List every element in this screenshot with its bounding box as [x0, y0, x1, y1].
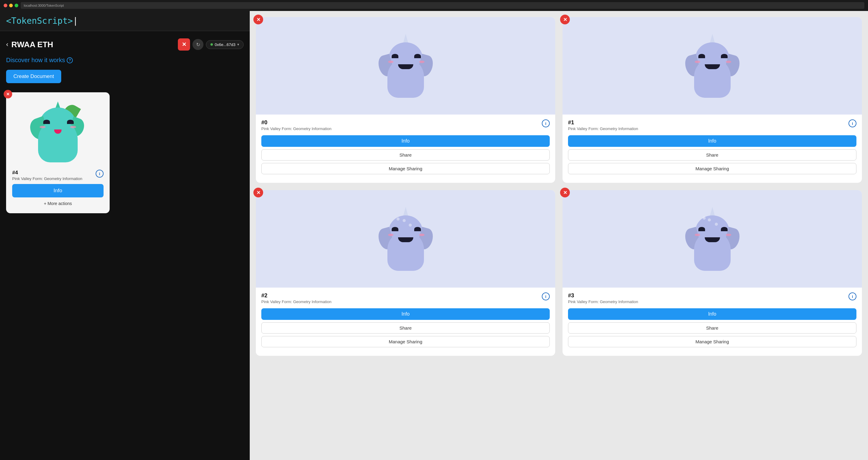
grid-card-0-close[interactable]: ✕ [253, 14, 263, 24]
card-info-icon-button[interactable]: i [96, 170, 103, 178]
window-controls [4, 4, 18, 7]
grid-card-3-subtitle: Pink Valley Form: Geometry Information [568, 300, 638, 304]
browser-bar: localhost:3000/TokenScript [0, 0, 868, 11]
wallet-status-dot [211, 43, 213, 46]
app-header: <TokenScript>| [0, 11, 250, 31]
minimize-dot[interactable] [9, 4, 13, 7]
grid-card-1-manage-btn[interactable]: Manage Sharing [568, 163, 857, 174]
eye-left [699, 54, 705, 58]
app-title: <TokenScript>| [6, 16, 244, 26]
create-document-button[interactable]: Create Document [6, 70, 61, 83]
nft-purple-0 [381, 34, 430, 98]
more-actions-link[interactable]: + More actions [12, 200, 103, 207]
grid-card-0-number: #0 [261, 119, 331, 126]
nft-grid: ✕ [256, 17, 862, 356]
grid-card-1-subtitle: Pink Valley Form: Geometry Information [568, 126, 638, 131]
card-info-row: #4 Pink Valley Form: Geometry Informatio… [12, 170, 103, 181]
nft-image [12, 98, 103, 165]
page-nav-right: ✕ ↻ 0x6e...67d3 ▾ [178, 38, 244, 51]
grid-info-row-2: #2 Pink Valley Form: Geometry Informatio… [261, 293, 550, 308]
grid-card-0-info-btn[interactable]: Info [261, 135, 550, 147]
page-nav: ‹ RWAA ETH ✕ ↻ 0x6e...67d3 ▾ [6, 38, 244, 51]
grid-card-3-image: ✕ [562, 190, 862, 287]
grid-card-3-info-btn[interactable]: Info [568, 308, 857, 320]
grid-card-1-image: ✕ [562, 17, 862, 115]
page-content: ‹ RWAA ETH ✕ ↻ 0x6e...67d3 ▾ Discover ho… [0, 31, 250, 460]
page-title: RWAA ETH [11, 40, 53, 49]
nft-purple-2 [381, 207, 430, 271]
wallet-badge[interactable]: 0x6e...67d3 ▾ [206, 40, 244, 49]
grid-card-2-manage-btn[interactable]: Manage Sharing [261, 336, 550, 347]
grid-card-1: ✕ [562, 17, 862, 183]
grid-card-0-share-btn[interactable]: Share [261, 149, 550, 160]
grid-card-2-info: #2 Pink Valley Form: Geometry Informatio… [256, 287, 555, 308]
grid-card-2-info-btn[interactable]: Info [261, 308, 550, 320]
grid-card-0-manage-btn[interactable]: Manage Sharing [261, 163, 550, 174]
discover-info-icon: ? [67, 57, 73, 63]
card-close-button[interactable]: ✕ [4, 90, 12, 98]
grid-card-2-share-btn[interactable]: Share [261, 322, 550, 334]
maximize-dot[interactable] [14, 4, 18, 7]
grid-card-0-subtitle: Pink Valley Form: Geometry Information [261, 126, 331, 131]
grid-card-3-actions: Info Share Manage Sharing [562, 308, 862, 350]
close-dot[interactable] [4, 4, 7, 7]
card-subtitle: Pink Valley Form: Geometry Information [12, 176, 82, 181]
grid-card-3-share-btn[interactable]: Share [568, 322, 857, 334]
address-bar[interactable]: localhost:3000/TokenScript [21, 2, 864, 9]
spot-1 [403, 219, 406, 222]
grid-card-3-manage-btn[interactable]: Manage Sharing [568, 336, 857, 347]
eye-right [721, 54, 727, 58]
cheek-left [40, 126, 46, 128]
cheek-right [726, 234, 731, 236]
eye-right [67, 120, 74, 124]
cheek-left [388, 234, 394, 236]
discover-link[interactable]: Discover how it works ? [6, 57, 244, 64]
grid-card-2-info-icon[interactable]: i [542, 293, 550, 300]
grid-card-2-number: #2 [261, 293, 331, 299]
grid-card-3-number: #3 [568, 293, 638, 299]
grid-card-3-close[interactable]: ✕ [560, 188, 570, 197]
eye-right [414, 54, 421, 58]
spot-2 [715, 223, 718, 226]
grid-card-1-actions: Info Share Manage Sharing [562, 135, 862, 177]
nft-purple-3 [688, 207, 737, 271]
cheek-left [695, 234, 700, 236]
grid-card-1-info-icon[interactable]: i [848, 119, 857, 127]
grid-card-3-info: #3 Pink Valley Form: Geometry Informatio… [562, 287, 862, 308]
refresh-button[interactable]: ↻ [192, 39, 204, 50]
card-number: #4 [12, 170, 82, 176]
grid-card-0-actions: Info Share Manage Sharing [256, 135, 555, 177]
grid-card-2: ✕ [256, 190, 555, 356]
grid-card-3: ✕ [562, 190, 862, 356]
spot-3 [397, 217, 400, 220]
eye-right [721, 227, 727, 231]
eye-left [43, 120, 50, 124]
grid-card-1-info: #1 Pink Valley Form: Geometry Informatio… [562, 115, 862, 135]
grid-info-row-0: #0 Pink Valley Form: Geometry Informatio… [261, 119, 550, 135]
spot-1 [708, 218, 711, 221]
grid-card-2-actions: Info Share Manage Sharing [256, 308, 555, 350]
grid-info-row-3: #3 Pink Valley Form: Geometry Informatio… [568, 293, 857, 308]
grid-card-2-close[interactable]: ✕ [253, 188, 263, 197]
cheek-right [419, 61, 425, 63]
grid-card-2-image: ✕ [256, 190, 555, 287]
grid-card-1-info-btn[interactable]: Info [568, 135, 857, 147]
grid-card-1-close[interactable]: ✕ [560, 14, 570, 24]
eye-left [392, 227, 398, 231]
back-button[interactable]: ‹ [6, 40, 8, 49]
wallet-chevron-icon: ▾ [237, 42, 239, 47]
cheek-left [695, 61, 700, 63]
grid-card-1-share-btn[interactable]: Share [568, 149, 857, 160]
wallet-address: 0x6e...67d3 [215, 42, 236, 47]
grid-card-0-info-icon[interactable]: i [542, 119, 550, 127]
eye-left [392, 54, 398, 58]
grid-card-0-image: ✕ [256, 17, 555, 115]
cheek-right [70, 126, 76, 128]
nft-purple-1 [688, 34, 737, 98]
cheek-left [388, 61, 394, 63]
close-button[interactable]: ✕ [178, 38, 190, 51]
info-button[interactable]: Info [12, 184, 103, 197]
grid-card-3-info-icon[interactable]: i [848, 293, 857, 300]
grid-card-0: ✕ [256, 17, 555, 183]
eye-left [699, 227, 705, 231]
